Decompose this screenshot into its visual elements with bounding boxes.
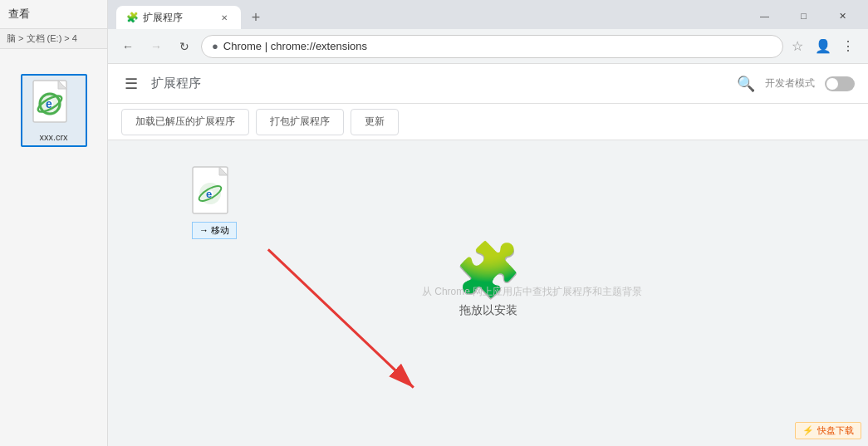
close-button[interactable]: ✕	[824, 7, 861, 25]
tab-title: 扩展程序	[143, 11, 213, 25]
breadcrumb: 脑 > 文档 (E:) > 4	[0, 29, 107, 49]
active-tab[interactable]: 🧩 扩展程序 ✕	[116, 6, 241, 29]
extensions-main-content: 从 Chrome 网上应用店中查找扩展程序和主题背景 🧩 拖放以安装	[108, 140, 868, 446]
extensions-action-bar: 加载已解压的扩展程序 打包扩展程序 更新	[108, 104, 868, 140]
dev-mode-toggle[interactable]	[825, 76, 855, 91]
forward-button[interactable]: →	[145, 35, 168, 58]
extensions-page: ☰ 扩展程序 🔍 开发者模式 加载已解压的扩展程序 打包扩展程序 更新 从 Ch…	[108, 64, 868, 446]
panel-header: 查看	[0, 0, 107, 29]
profile-button[interactable]: 👤	[812, 35, 835, 58]
bookmark-button[interactable]: ☆	[788, 38, 807, 54]
hamburger-button[interactable]: ☰	[121, 71, 141, 96]
window-controls: — □ ✕	[746, 7, 868, 25]
file-area: e xxx.crx	[0, 49, 107, 446]
svg-text:e: e	[206, 188, 212, 200]
tab-close-button[interactable]: ✕	[218, 11, 231, 24]
drop-target-area: 🧩 拖放以安装	[455, 243, 522, 318]
drag-move-label: → 移动	[192, 222, 237, 239]
watermark: ⚡ 快盘下载	[795, 422, 861, 439]
minimize-button[interactable]: —	[746, 7, 783, 25]
toolbar-right: 🔍 开发者模式	[737, 75, 855, 93]
secure-icon: ●	[212, 40, 218, 52]
browser-menu-area: 👤 ⋮	[812, 35, 860, 58]
drag-file-icon: e	[191, 165, 238, 218]
menu-button[interactable]: ⋮	[836, 35, 860, 58]
new-tab-button[interactable]: +	[244, 6, 267, 29]
address-bar: ← → ↻ ● Chrome | chrome://extensions ☆ 👤…	[108, 29, 868, 64]
file-explorer-panel: 查看 脑 > 文档 (E:) > 4 e xxx.crx	[0, 0, 108, 446]
maximize-button[interactable]: □	[785, 7, 822, 25]
back-button[interactable]: ←	[116, 35, 140, 58]
refresh-button[interactable]: ↻	[173, 35, 196, 58]
toggle-knob	[826, 78, 838, 90]
dragged-file: e → 移动	[191, 165, 238, 239]
url-bar[interactable]: ● Chrome | chrome://extensions	[201, 35, 783, 58]
watermark-icon: ⚡	[802, 425, 814, 436]
load-unpacked-button[interactable]: 加载已解压的扩展程序	[121, 109, 249, 135]
tab-favicon: 🧩	[126, 12, 138, 23]
drop-label: 拖放以安装	[459, 303, 517, 318]
extensions-title: 扩展程序	[151, 76, 201, 91]
svg-text:e: e	[46, 97, 52, 110]
update-button[interactable]: 更新	[351, 109, 399, 135]
file-name-label: xxx.crx	[39, 132, 67, 142]
svg-line-15	[268, 249, 414, 387]
empty-hint-text: 从 Chrome 网上应用店中查找扩展程序和主题背景	[422, 285, 642, 299]
watermark-text: 快盘下载	[817, 424, 854, 437]
crx-file-item[interactable]: e xxx.crx	[21, 74, 87, 147]
browser-window: 🧩 扩展程序 ✕ + — □ ✕ ← → ↻ ● Chrome | chrome…	[108, 0, 868, 446]
search-button[interactable]: 🔍	[737, 75, 755, 93]
dev-mode-label: 开发者模式	[765, 76, 815, 91]
crx-file-icon: e	[29, 79, 79, 129]
title-bar: 🧩 扩展程序 ✕ + — □ ✕	[108, 0, 868, 29]
extensions-toolbar: ☰ 扩展程序 🔍 开发者模式	[108, 64, 868, 104]
pack-extension-button[interactable]: 打包扩展程序	[256, 109, 344, 135]
url-text: Chrome | chrome://extensions	[223, 40, 772, 52]
